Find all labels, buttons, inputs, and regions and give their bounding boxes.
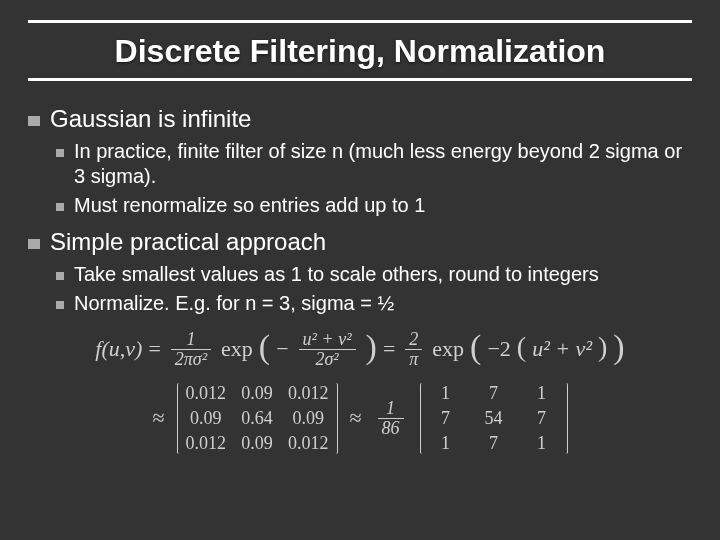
paren-open-icon: (: [259, 328, 270, 366]
frac-num: 2: [405, 330, 422, 349]
matrix-cell: 0.012: [186, 383, 227, 404]
slide: Discrete Filtering, Normalization Gaussi…: [0, 0, 720, 540]
exp-text: exp: [432, 336, 464, 362]
content-area: Gaussian is infinite In practice, finite…: [28, 81, 692, 454]
paren-close-icon: ): [613, 328, 624, 366]
frac-num: 1: [382, 399, 399, 418]
formula-lhs: f(u,v): [95, 336, 142, 362]
fraction-1: 1 2πσ²: [171, 330, 211, 369]
matrix-cell: 1: [429, 433, 463, 454]
frac-den: 2σ²: [311, 350, 342, 369]
fraction-3: 2 π: [405, 330, 422, 369]
fraction-2: u² + v² 2σ²: [299, 330, 356, 369]
matrix-line: ≈ 0.012 0.09 0.012 0.09 0.64 0.09 0.012 …: [152, 383, 567, 454]
matrix-cell: 7: [477, 433, 511, 454]
integer-matrix: 1 7 1 7 54 7 1 7 1: [420, 383, 568, 454]
frac-num: 1: [182, 330, 199, 349]
scalar-fraction: 1 86: [378, 399, 404, 438]
formula-line: f(u,v) = 1 2πσ² exp ( − u² + v² 2σ² ) =: [95, 330, 624, 369]
equals-sign: =: [148, 336, 160, 362]
equals-sign: =: [383, 336, 395, 362]
bullet-text: Take smallest values as 1 to scale other…: [74, 262, 599, 287]
matrix-cell: 1: [525, 383, 559, 404]
neg-sign: −: [276, 336, 288, 362]
paren-close-icon: ): [366, 328, 377, 366]
bullet-finite-filter: In practice, finite filter of size n (mu…: [56, 139, 692, 189]
bullet-icon: [28, 116, 40, 126]
matrix-cell: 1: [429, 383, 463, 404]
bullet-normalize-eg: Normalize. E.g. for n = 3, sigma = ½: [56, 291, 692, 316]
matrix-cell: 0.09: [186, 408, 227, 429]
bullet-icon: [56, 149, 64, 157]
matrix-cell: 0.09: [240, 433, 274, 454]
inner-expr: u² + v²: [532, 336, 592, 362]
bullet-take-smallest: Take smallest values as 1 to scale other…: [56, 262, 692, 287]
decimal-matrix: 0.012 0.09 0.012 0.09 0.64 0.09 0.012 0.…: [177, 383, 338, 454]
matrix-cell: 0.012: [288, 383, 329, 404]
matrix-cell: 7: [477, 383, 511, 404]
bullet-icon: [56, 301, 64, 309]
bullet-text: In practice, finite filter of size n (mu…: [74, 139, 692, 189]
bullet-text: Normalize. E.g. for n = 3, sigma = ½: [74, 291, 394, 316]
frac-num: u² + v²: [299, 330, 356, 349]
bullet-icon: [28, 239, 40, 249]
bullet-simple-approach: Simple practical approach: [28, 228, 692, 256]
bullet-text: Gaussian is infinite: [50, 105, 251, 133]
matrix-cell: 0.012: [288, 433, 329, 454]
inner-coeff: −2: [487, 336, 510, 362]
frac-den: 86: [378, 419, 404, 438]
bullet-gaussian-infinite: Gaussian is infinite: [28, 105, 692, 133]
paren-open-icon: (: [517, 331, 526, 363]
slide-title: Discrete Filtering, Normalization: [28, 23, 692, 78]
bullet-text: Must renormalize so entries add up to 1: [74, 193, 425, 218]
frac-den: 2πσ²: [171, 350, 211, 369]
matrix-cell: 54: [477, 408, 511, 429]
bullet-text: Simple practical approach: [50, 228, 326, 256]
matrix-cell: 0.64: [240, 408, 274, 429]
matrix-cell: 0.012: [186, 433, 227, 454]
matrix-cell: 7: [429, 408, 463, 429]
paren-close-icon: ): [598, 331, 607, 363]
matrix-cell: 0.09: [288, 408, 329, 429]
matrix-cell: 1: [525, 433, 559, 454]
frac-den: π: [405, 350, 422, 369]
bullet-renormalize: Must renormalize so entries add up to 1: [56, 193, 692, 218]
paren-open-icon: (: [470, 328, 481, 366]
matrix-cell: 7: [525, 408, 559, 429]
math-block: f(u,v) = 1 2πσ² exp ( − u² + v² 2σ² ) =: [28, 330, 692, 454]
bullet-icon: [56, 272, 64, 280]
approx-sign: ≈: [152, 405, 164, 431]
bullet-icon: [56, 203, 64, 211]
approx-sign: ≈: [350, 405, 362, 431]
exp-text: exp: [221, 336, 253, 362]
matrix-cell: 0.09: [240, 383, 274, 404]
